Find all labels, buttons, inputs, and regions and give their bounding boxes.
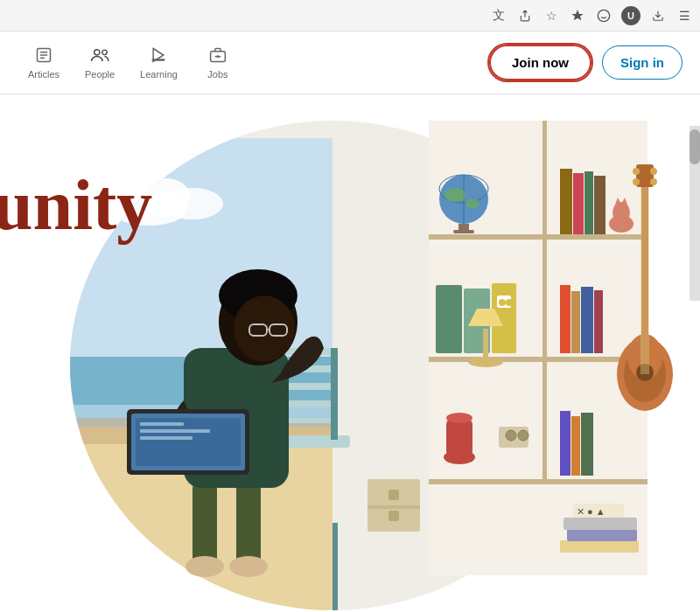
svg-rect-56 bbox=[446, 418, 472, 458]
svg-point-5 bbox=[94, 49, 100, 54]
menu-icon[interactable]: ☰ bbox=[676, 7, 693, 24]
scrollbar-thumb[interactable] bbox=[690, 129, 700, 164]
svg-rect-53 bbox=[483, 329, 488, 362]
svg-rect-30 bbox=[458, 224, 469, 231]
svg-point-33 bbox=[466, 199, 480, 208]
svg-rect-79 bbox=[560, 540, 639, 553]
svg-point-59 bbox=[506, 430, 516, 441]
svg-rect-63 bbox=[581, 413, 593, 476]
people-label: People bbox=[85, 69, 115, 80]
svg-point-57 bbox=[446, 413, 472, 423]
svg-point-78 bbox=[650, 178, 657, 185]
svg-rect-98 bbox=[388, 511, 399, 521]
svg-rect-24 bbox=[429, 357, 648, 362]
svg-rect-42 bbox=[436, 285, 462, 353]
share-icon[interactable] bbox=[516, 7, 534, 24]
svg-rect-62 bbox=[571, 416, 580, 476]
svg-point-39 bbox=[612, 202, 630, 223]
svg-point-60 bbox=[518, 430, 528, 441]
learning-label: Learning bbox=[140, 69, 178, 80]
svg-rect-31 bbox=[453, 230, 474, 233]
svg-text:✕  ●  ▲: ✕ ● ▲ bbox=[577, 506, 606, 517]
articles-label: Articles bbox=[28, 69, 60, 80]
svg-rect-50 bbox=[581, 287, 593, 353]
svg-rect-25 bbox=[429, 479, 648, 484]
nav-item-people[interactable]: People bbox=[74, 39, 126, 87]
learning-icon bbox=[150, 46, 167, 66]
svg-point-46 bbox=[499, 299, 506, 306]
translate-icon[interactable]: 文 bbox=[490, 7, 508, 24]
svg-rect-61 bbox=[560, 411, 570, 476]
svg-rect-48 bbox=[560, 285, 570, 353]
svg-rect-96 bbox=[368, 505, 420, 509]
navbar: Articles People Learning Jobs Join now S… bbox=[0, 31, 700, 94]
jobs-icon bbox=[209, 46, 227, 66]
svg-point-77 bbox=[633, 178, 640, 185]
svg-rect-80 bbox=[567, 529, 637, 541]
nav-item-articles[interactable]: Articles bbox=[18, 39, 70, 87]
svg-rect-81 bbox=[564, 518, 637, 530]
svg-rect-94 bbox=[331, 348, 338, 440]
join-now-button[interactable]: Join now bbox=[489, 45, 592, 80]
svg-point-17 bbox=[162, 188, 223, 219]
svg-rect-114 bbox=[140, 422, 184, 426]
svg-rect-8 bbox=[152, 59, 165, 61]
sign-in-button[interactable]: Sign in bbox=[602, 45, 682, 80]
scrollbar[interactable] bbox=[690, 126, 700, 301]
face-icon[interactable] bbox=[595, 7, 612, 24]
svg-point-75 bbox=[633, 168, 640, 175]
people-icon bbox=[90, 46, 109, 66]
nav-item-jobs[interactable]: Jobs bbox=[192, 39, 244, 87]
svg-rect-26 bbox=[542, 121, 547, 479]
svg-rect-35 bbox=[573, 173, 584, 234]
jobs-label: Jobs bbox=[207, 69, 228, 80]
svg-point-76 bbox=[650, 168, 657, 175]
svg-rect-97 bbox=[388, 490, 399, 500]
main-content: unity bbox=[0, 94, 700, 612]
svg-rect-34 bbox=[560, 169, 572, 234]
svg-point-101 bbox=[186, 556, 224, 577]
svg-rect-36 bbox=[584, 171, 593, 234]
svg-rect-115 bbox=[140, 429, 210, 433]
download-icon[interactable] bbox=[649, 7, 667, 24]
svg-point-102 bbox=[229, 556, 268, 577]
svg-rect-51 bbox=[594, 290, 603, 353]
svg-rect-23 bbox=[429, 234, 648, 240]
star-icon[interactable]: ☆ bbox=[542, 7, 560, 24]
articles-icon bbox=[35, 46, 52, 66]
svg-point-0 bbox=[598, 10, 609, 21]
svg-rect-37 bbox=[594, 176, 606, 234]
browser-toolbar: 文 ☆ U ☰ bbox=[0, 0, 700, 31]
svg-rect-100 bbox=[236, 479, 261, 567]
svg-rect-86 bbox=[332, 523, 338, 610]
profile-avatar[interactable]: U bbox=[621, 6, 640, 25]
svg-rect-49 bbox=[571, 291, 580, 353]
svg-point-32 bbox=[444, 188, 466, 202]
svg-rect-99 bbox=[192, 479, 217, 567]
svg-point-6 bbox=[102, 50, 108, 55]
extension-icon[interactable] bbox=[569, 7, 586, 24]
nav-item-learning[interactable]: Learning bbox=[130, 39, 188, 87]
svg-point-47 bbox=[506, 299, 513, 306]
hero-partial-text: unity bbox=[0, 164, 152, 247]
svg-rect-116 bbox=[140, 436, 192, 440]
svg-point-106 bbox=[234, 296, 295, 362]
